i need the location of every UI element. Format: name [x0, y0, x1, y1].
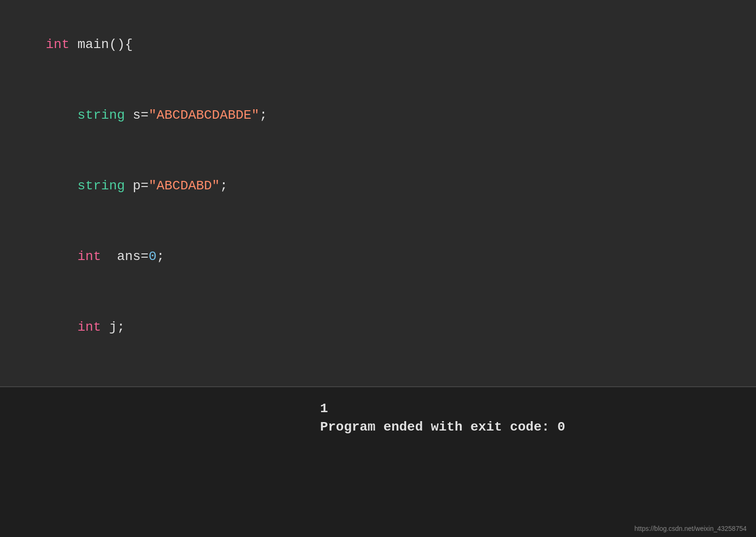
code-line-1: int main(){ [14, 9, 742, 80]
output-right-panel: 1 Program ended with exit code: 0 [301, 387, 756, 537]
string-p: "ABCDABD" [149, 179, 220, 193]
output-left-panel [0, 387, 301, 537]
keyword-string: string [77, 108, 125, 122]
code-line-3: string p="ABCDABD"; [14, 151, 742, 221]
code-line-2: string s="ABCDABCDABDE"; [14, 80, 742, 151]
num-0-1: 0 [149, 249, 157, 264]
keyword-int3: int [77, 320, 101, 334]
keyword-int2: int [77, 249, 101, 264]
string-s: "ABCDABCDABDE" [149, 108, 259, 122]
keyword-int: int [46, 37, 69, 52]
output-message: Program ended with exit code: 0 [320, 420, 737, 434]
code-editor: int main(){ string s="ABCDABCDABDE"; str… [0, 0, 756, 386]
watermark: https://blog.csdn.net/weixin_43258754 [635, 525, 747, 532]
output-area: 1 Program ended with exit code: 0 [0, 387, 756, 537]
code-line-6: for (int i=0; i+p.length()<=s.length(); … [14, 363, 742, 386]
output-number: 1 [320, 401, 737, 416]
keyword-string2: string [77, 179, 125, 193]
code-line-4: int ans=0; [14, 221, 742, 292]
code-line-5: int j; [14, 292, 742, 363]
